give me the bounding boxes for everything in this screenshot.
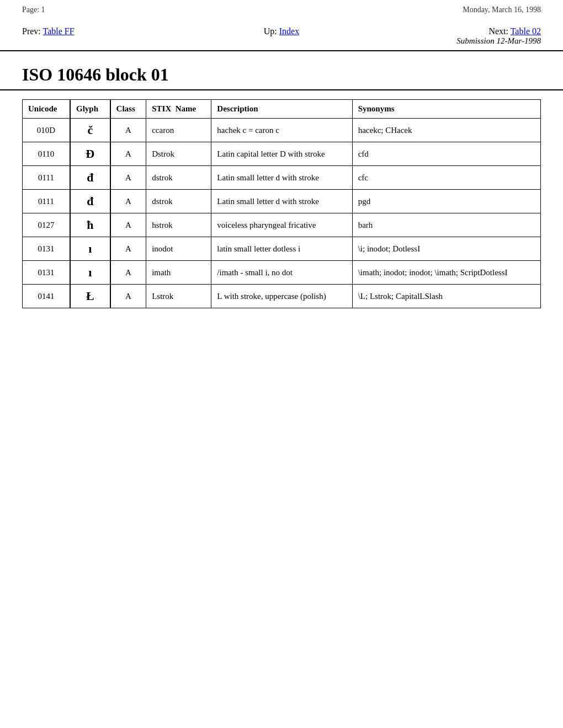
cell-synonyms: \i; inodot; DotlessI bbox=[352, 237, 540, 261]
prev-link[interactable]: Table FF bbox=[43, 26, 75, 36]
cell-glyph: ı bbox=[70, 261, 110, 285]
cell-synonyms: barh bbox=[352, 213, 540, 237]
col-header-description: Description bbox=[211, 100, 352, 119]
cell-unicode: 0141 bbox=[23, 285, 71, 308]
col-header-stix: STIX Name bbox=[146, 100, 211, 119]
cell-class: A bbox=[110, 190, 146, 213]
next-link[interactable]: Table 02 bbox=[511, 26, 541, 36]
cell-glyph: đ bbox=[70, 190, 110, 213]
next-label: Next: bbox=[488, 26, 508, 36]
table-row: 0141ŁALstrokL with stroke, uppercase (po… bbox=[23, 285, 541, 308]
cell-unicode: 010D bbox=[23, 119, 71, 142]
cell-unicode: 0131 bbox=[23, 237, 71, 261]
cell-class: A bbox=[110, 285, 146, 308]
page-number: Page: 1 bbox=[22, 6, 45, 14]
cell-description: latin small letter dotless i bbox=[211, 237, 352, 261]
table-row: 0111đAdstrokLatin small letter d with st… bbox=[23, 166, 541, 190]
cell-synonyms: pgd bbox=[352, 190, 540, 213]
up-link[interactable]: Index bbox=[279, 26, 299, 36]
cell-description: Latin small letter d with stroke bbox=[211, 166, 352, 190]
cell-description: L with stroke, uppercase (polish) bbox=[211, 285, 352, 308]
cell-description: /imath - small i, no dot bbox=[211, 261, 352, 285]
cell-stix: dstrok bbox=[146, 190, 211, 213]
table-row: 010DčAccaronhachek c = caron chacekc; CH… bbox=[23, 119, 541, 142]
cell-glyph: ı bbox=[70, 237, 110, 261]
page-date: Monday, March 16, 1998 bbox=[463, 6, 541, 14]
cell-synonyms: \L; Lstrok; CapitalLSlash bbox=[352, 285, 540, 308]
cell-unicode: 0111 bbox=[23, 190, 71, 213]
cell-synonyms: hacekc; CHacek bbox=[352, 119, 540, 142]
col-header-class: Class bbox=[110, 100, 146, 119]
cell-class: A bbox=[110, 142, 146, 166]
cell-unicode: 0110 bbox=[23, 142, 71, 166]
cell-stix: inodot bbox=[146, 237, 211, 261]
cell-glyph: ħ bbox=[70, 213, 110, 237]
cell-synonyms: \imath; inodot; inodot; \imath; ScriptDo… bbox=[352, 261, 540, 285]
cell-glyph: đ bbox=[70, 166, 110, 190]
main-table: Unicode Glyph Class STIX Name Descriptio… bbox=[22, 99, 541, 308]
up-label: Up: bbox=[264, 26, 277, 36]
cell-description: Latin small letter d with stroke bbox=[211, 190, 352, 213]
cell-description: voiceless pharyngeal fricative bbox=[211, 213, 352, 237]
cell-class: A bbox=[110, 261, 146, 285]
page-title: ISO 10646 block 01 bbox=[22, 65, 541, 85]
cell-glyph: Ł bbox=[70, 285, 110, 308]
page-title-section: ISO 10646 block 01 bbox=[0, 51, 563, 90]
nav-next: Next: Table 02 Submission 12-Mar-1998 bbox=[368, 26, 541, 46]
table-section: Unicode Glyph Class STIX Name Descriptio… bbox=[0, 90, 563, 317]
cell-glyph: č bbox=[70, 119, 110, 142]
cell-description: Latin capital letter D with stroke bbox=[211, 142, 352, 166]
page-header: Page: 1 Monday, March 16, 1998 bbox=[0, 0, 563, 20]
cell-unicode: 0111 bbox=[23, 166, 71, 190]
table-row: 0131ıAimath/imath - small i, no dot\imat… bbox=[23, 261, 541, 285]
cell-unicode: 0127 bbox=[23, 213, 71, 237]
cell-stix: hstrok bbox=[146, 213, 211, 237]
table-header-row: Unicode Glyph Class STIX Name Descriptio… bbox=[23, 100, 541, 119]
table-row: 0110ĐADstrokLatin capital letter D with … bbox=[23, 142, 541, 166]
cell-class: A bbox=[110, 213, 146, 237]
cell-class: A bbox=[110, 237, 146, 261]
cell-stix: dstrok bbox=[146, 166, 211, 190]
cell-stix: imath bbox=[146, 261, 211, 285]
table-row: 0131ıAinodotlatin small letter dotless i… bbox=[23, 237, 541, 261]
nav-up: Up: Index bbox=[195, 26, 368, 36]
cell-stix: Lstrok bbox=[146, 285, 211, 308]
prev-label: Prev: bbox=[22, 26, 41, 36]
nav-prev: Prev: Table FF bbox=[22, 26, 195, 36]
table-row: 0127ħAhstrokvoiceless pharyngeal fricati… bbox=[23, 213, 541, 237]
cell-unicode: 0131 bbox=[23, 261, 71, 285]
cell-synonyms: cfc bbox=[352, 166, 540, 190]
cell-glyph: Đ bbox=[70, 142, 110, 166]
cell-class: A bbox=[110, 119, 146, 142]
cell-stix: Dstrok bbox=[146, 142, 211, 166]
cell-description: hachek c = caron c bbox=[211, 119, 352, 142]
table-row: 0111đAdstrokLatin small letter d with st… bbox=[23, 190, 541, 213]
col-header-glyph: Glyph bbox=[70, 100, 110, 119]
cell-synonyms: cfd bbox=[352, 142, 540, 166]
submission-date: Submission 12-Mar-1998 bbox=[456, 36, 541, 46]
col-header-unicode: Unicode bbox=[23, 100, 71, 119]
cell-stix: ccaron bbox=[146, 119, 211, 142]
cell-class: A bbox=[110, 166, 146, 190]
col-header-synonyms: Synonyms bbox=[352, 100, 540, 119]
nav-bar: Prev: Table FF Up: Index Next: Table 02 … bbox=[0, 20, 563, 51]
